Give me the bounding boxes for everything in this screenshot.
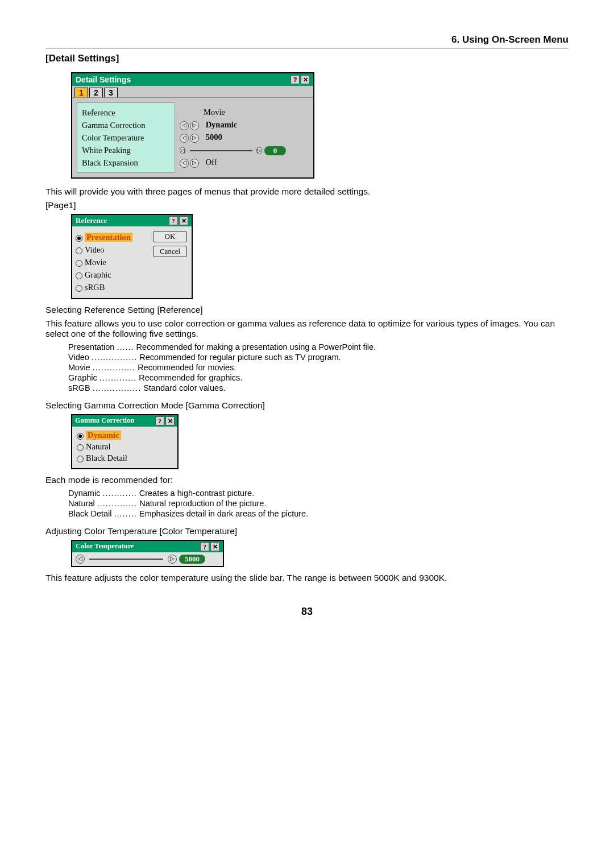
row-label: Black Expansion xyxy=(82,156,170,169)
gamma-title: Gamma Correction xyxy=(75,416,134,425)
radio-option[interactable]: Movie xyxy=(76,256,151,268)
ct-heading: Adjusting Color Temperature [Color Tempe… xyxy=(45,526,569,536)
gamma-lead: Each mode is recommended for: xyxy=(45,475,569,485)
detail-settings-title: Detail Settings xyxy=(76,75,131,84)
right-arrow-icon[interactable]: ▷ xyxy=(168,555,177,564)
left-arrow-icon[interactable]: ◁ xyxy=(76,555,85,564)
page-title: [Detail Settings] xyxy=(45,53,569,64)
list-item: Black Detail........Emphasizes detail in… xyxy=(68,509,569,518)
help-icon[interactable]: ? xyxy=(155,416,164,425)
right-arrow-icon[interactable]: ▷ xyxy=(190,121,199,130)
row-value: Movie xyxy=(204,108,225,117)
right-arrow-icon[interactable]: ▷ xyxy=(190,134,199,143)
reference-heading: Selecting Reference Setting [Reference] xyxy=(45,305,569,315)
row-value: Off xyxy=(206,158,217,167)
radio-option[interactable]: sRGB xyxy=(76,281,151,294)
page-number: 83 xyxy=(45,606,569,618)
row-label: Gamma Correction xyxy=(82,119,170,131)
gamma-dialog: Gamma Correction ? ✕ Dynamic Natural Bla… xyxy=(71,414,179,469)
reference-dialog: Reference ? ✕ Presentation Video Movie G… xyxy=(71,214,193,299)
reference-description: This feature allows you to use color cor… xyxy=(45,319,569,339)
close-icon[interactable]: ✕ xyxy=(210,542,219,551)
help-icon[interactable]: ? xyxy=(169,216,178,225)
slider-track[interactable] xyxy=(89,559,163,560)
row-label: Reference xyxy=(82,106,170,119)
color-temp-dialog: Color Temperature ? ✕ ◁ ▷ 5000 xyxy=(71,540,224,567)
close-icon[interactable]: ✕ xyxy=(179,216,188,225)
tab-1[interactable]: 1 xyxy=(74,88,88,97)
tab-2[interactable]: 2 xyxy=(89,88,103,97)
list-item: Video................Recommended for reg… xyxy=(68,353,569,362)
radio-option[interactable]: Natural xyxy=(77,441,173,452)
reference-title: Reference xyxy=(76,216,107,225)
row-value: 5000 xyxy=(206,133,222,142)
left-arrow-icon[interactable]: ◁ xyxy=(180,147,185,154)
list-item: Dynamic............Creates a high-contra… xyxy=(68,489,569,498)
color-temp-value: 5000 xyxy=(179,555,205,564)
help-icon[interactable]: ? xyxy=(200,542,209,551)
list-item: sRGB.................Standard color valu… xyxy=(68,383,569,392)
page1-label: [Page1] xyxy=(45,200,569,210)
radio-option[interactable]: Dynamic xyxy=(77,429,173,441)
detail-settings-dialog: Detail Settings ? ✕ 1 2 3 Reference Gamm… xyxy=(71,72,314,179)
left-arrow-icon[interactable]: ◁ xyxy=(180,134,189,143)
list-item: Movie...............Recommended for movi… xyxy=(68,363,569,372)
ct-description: This feature adjusts the color temperatu… xyxy=(45,573,569,583)
intro-text: This will provide you with three pages o… xyxy=(45,187,569,197)
row-label: White Peaking xyxy=(82,144,170,156)
list-item: Presentation......Recommended for making… xyxy=(68,342,569,352)
left-arrow-icon[interactable]: ◁ xyxy=(180,121,189,130)
cancel-button[interactable]: Cancel xyxy=(153,246,187,257)
radio-option[interactable]: Presentation xyxy=(76,231,151,243)
left-arrow-icon[interactable]: ◁ xyxy=(180,159,189,168)
radio-option[interactable]: Graphic xyxy=(76,268,151,281)
section-header: 6. Using On-Screen Menu xyxy=(45,34,569,48)
gamma-heading: Selecting Gamma Correction Mode [Gamma C… xyxy=(45,400,569,411)
close-icon[interactable]: ✕ xyxy=(165,416,175,425)
color-temp-title: Color Temperature xyxy=(76,542,134,551)
radio-option[interactable]: Video xyxy=(76,243,151,256)
close-icon[interactable]: ✕ xyxy=(301,75,310,84)
list-item: Natural..............Natural reproductio… xyxy=(68,499,569,508)
row-value: Dynamic xyxy=(206,120,238,129)
right-arrow-icon[interactable]: ▷ xyxy=(190,159,199,168)
right-arrow-icon[interactable]: ▷ xyxy=(256,147,262,154)
help-icon[interactable]: ? xyxy=(291,75,300,84)
row-value: 0 xyxy=(264,146,286,155)
tab-3[interactable]: 3 xyxy=(104,88,118,97)
radio-option[interactable]: Black Detail xyxy=(77,452,173,464)
ok-button[interactable]: OK xyxy=(153,231,187,242)
slider-track[interactable] xyxy=(190,150,252,151)
row-label: Color Temperature xyxy=(82,131,170,144)
list-item: Graphic.............Recommended for grap… xyxy=(68,373,569,382)
